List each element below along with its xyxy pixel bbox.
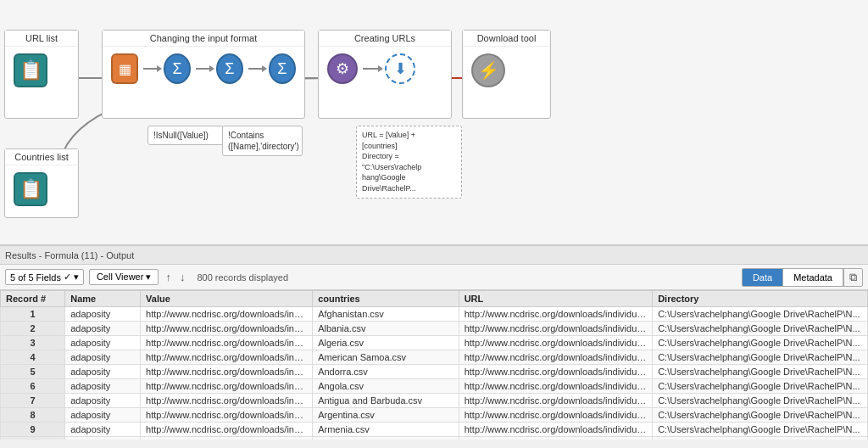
formula-tool-1[interactable]: Σ bbox=[164, 53, 191, 84]
data-table-container: Record # Name Value countries URL Direct… bbox=[0, 290, 868, 440]
table-row[interactable]: 6adaposityhttp://www.ncdrisc.org/downloa… bbox=[1, 379, 868, 394]
url-list-tool[interactable]: 📋 bbox=[14, 53, 47, 87]
table-cell-3-0: 4 bbox=[1, 350, 65, 365]
countries-list-group: Countries list 📋 bbox=[4, 148, 79, 218]
table-cell-6-1: adaposity bbox=[65, 394, 141, 408]
sort-desc-btn[interactable]: ↓ bbox=[178, 271, 187, 283]
conn3 bbox=[248, 68, 264, 70]
table-cell-5-3: Angola.csv bbox=[313, 379, 459, 394]
data-tab[interactable]: Data bbox=[743, 269, 783, 286]
url-list-group: URL list 📋 bbox=[4, 30, 79, 119]
table-body: 1adaposityhttp://www.ncdrisc.org/downloa… bbox=[1, 307, 868, 440]
table-cell-8-5: C:\Users\rachelphang\Google Drive\Rachel… bbox=[653, 423, 868, 437]
table-cell-1-0: 2 bbox=[1, 322, 65, 336]
table-row[interactable]: 3adaposityhttp://www.ncdrisc.org/downloa… bbox=[1, 336, 868, 350]
table-cell-7-5: C:\Users\rachelphang\Google Drive\Rachel… bbox=[653, 408, 868, 423]
col-header-countries[interactable]: countries bbox=[313, 291, 459, 307]
table-cell-0-2: http://www.ncdrisc.org/downloads/individ… bbox=[141, 307, 313, 322]
table-cell-4-2: http://www.ncdrisc.org/downloads/individ… bbox=[141, 365, 313, 379]
download-tool-node[interactable]: ⚡ bbox=[471, 53, 505, 87]
table-cell-4-4: http://www.ncdrisc.org/downloads/individ… bbox=[459, 365, 652, 379]
col-header-directory[interactable]: Directory bbox=[653, 291, 868, 307]
conn2 bbox=[196, 68, 211, 70]
download-tool-title: Download tool bbox=[463, 31, 550, 47]
table-row[interactable]: 5adaposityhttp://www.ncdrisc.org/downloa… bbox=[1, 365, 868, 379]
data-table: Record # Name Value countries URL Direct… bbox=[0, 290, 868, 440]
formula-tool-2[interactable]: Σ bbox=[216, 53, 243, 84]
table-header-row: Record # Name Value countries URL Direct… bbox=[1, 291, 868, 307]
table-cell-7-0: 8 bbox=[1, 408, 65, 423]
table-cell-6-5: C:\Users\rachelphang\Google Drive\Rachel… bbox=[653, 394, 868, 408]
records-count-label: 800 records displayed bbox=[197, 272, 288, 283]
download-prep-tool[interactable]: ⬇ bbox=[385, 53, 415, 84]
table-cell-9-4: http://www.ncdrisc.org/downloads/individ… bbox=[459, 437, 652, 440]
table-cell-2-3: Algeria.csv bbox=[313, 336, 459, 350]
col-header-value[interactable]: Value bbox=[141, 291, 313, 307]
table-cell-0-0: 1 bbox=[1, 307, 65, 322]
table-cell-7-4: http://www.ncdrisc.org/downloads/individ… bbox=[459, 408, 652, 423]
table-cell-2-2: http://www.ncdrisc.org/downloads/individ… bbox=[141, 336, 313, 350]
formula-tool-3[interactable]: Σ bbox=[269, 53, 296, 84]
table-cell-0-1: adaposity bbox=[65, 307, 141, 322]
table-cell-3-1: adaposity bbox=[65, 350, 141, 365]
table-cell-2-5: C:\Users\rachelphang\Google Drive\Rachel… bbox=[653, 336, 868, 350]
changing-input-title: Changing the input format bbox=[103, 31, 304, 47]
table-cell-0-4: http://www.ncdrisc.org/downloads/individ… bbox=[459, 307, 652, 322]
table-cell-9-5: C:\Users\rachelphang\Google Drive\Rachel… bbox=[653, 437, 868, 440]
table-cell-0-5: C:\Users\rachelphang\Google Drive\Rachel… bbox=[653, 307, 868, 322]
table-cell-8-0: 9 bbox=[1, 423, 65, 437]
url-formula-text: URL = [Value] +[countries]Directory ="C:… bbox=[362, 131, 421, 193]
download-tool-group: Download tool ⚡ bbox=[462, 30, 551, 119]
sort-asc-btn[interactable]: ↑ bbox=[164, 271, 173, 283]
fields-chevron-icon[interactable]: ▾ bbox=[74, 272, 79, 283]
table-cell-1-3: Albania.csv bbox=[313, 322, 459, 336]
col-header-name[interactable]: Name bbox=[65, 291, 141, 307]
table-cell-9-2: http://www.ncdrisc.org/downloads/individ… bbox=[141, 437, 313, 440]
config-tool[interactable]: ⚙ bbox=[327, 53, 358, 84]
table-row[interactable]: 10adaposityhttp://www.ncdrisc.org/downlo… bbox=[1, 437, 868, 440]
table-cell-5-0: 6 bbox=[1, 379, 65, 394]
table-cell-4-5: C:\Users\rachelphang\Google Drive\Rachel… bbox=[653, 365, 868, 379]
table-row[interactable]: 9adaposityhttp://www.ncdrisc.org/downloa… bbox=[1, 423, 868, 437]
select-tool[interactable]: ▦ bbox=[111, 53, 138, 84]
table-cell-7-3: Argentina.csv bbox=[313, 408, 459, 423]
table-row[interactable]: 2adaposityhttp://www.ncdrisc.org/downloa… bbox=[1, 322, 868, 336]
col-header-url[interactable]: URL bbox=[459, 291, 652, 307]
table-cell-3-2: http://www.ncdrisc.org/downloads/individ… bbox=[141, 350, 313, 365]
table-cell-1-5: C:\Users\rachelphang\Google Drive\Rachel… bbox=[653, 322, 868, 336]
table-cell-4-3: Andorra.csv bbox=[313, 365, 459, 379]
fields-selector[interactable]: 5 of 5 Fields ✓ ▾ bbox=[5, 269, 84, 285]
table-cell-6-3: Antigua and Barbuda.csv bbox=[313, 394, 459, 408]
table-cell-1-4: http://www.ncdrisc.org/downloads/individ… bbox=[459, 322, 652, 336]
table-row[interactable]: 7adaposityhttp://www.ncdrisc.org/downloa… bbox=[1, 394, 868, 408]
table-cell-3-5: C:\Users\rachelphang\Google Drive\Rachel… bbox=[653, 350, 868, 365]
table-cell-5-5: C:\Users\rachelphang\Google Drive\Rachel… bbox=[653, 379, 868, 394]
table-row[interactable]: 8adaposityhttp://www.ncdrisc.org/downloa… bbox=[1, 408, 868, 423]
table-cell-2-1: adaposity bbox=[65, 336, 141, 350]
table-cell-1-1: adaposity bbox=[65, 322, 141, 336]
table-cell-3-3: American Samoa.csv bbox=[313, 350, 459, 365]
isnull-formula-box: !IsNull([Value]) bbox=[147, 126, 224, 145]
metadata-tab[interactable]: Metadata bbox=[783, 269, 843, 286]
table-cell-6-4: http://www.ncdrisc.org/downloads/individ… bbox=[459, 394, 652, 408]
table-cell-5-2: http://www.ncdrisc.org/downloads/individ… bbox=[141, 379, 313, 394]
table-cell-4-1: adaposity bbox=[65, 365, 141, 379]
creating-urls-group: Creating URLs ⚙ ⬇ bbox=[318, 30, 452, 119]
copy-icon-btn[interactable]: ⧉ bbox=[843, 269, 862, 286]
contains-formula-box: !Contains([Name],'directory') bbox=[222, 126, 303, 156]
col-header-record[interactable]: Record # bbox=[1, 291, 65, 307]
cell-viewer-label: Cell Viewer bbox=[97, 272, 143, 282]
table-cell-8-2: http://www.ncdrisc.org/downloads/individ… bbox=[141, 423, 313, 437]
view-tab-group: Data Metadata ⧉ bbox=[742, 268, 863, 287]
table-row[interactable]: 4adaposityhttp://www.ncdrisc.org/downloa… bbox=[1, 350, 868, 365]
data-toolbar: 5 of 5 Fields ✓ ▾ Cell Viewer ▾ ↑ ↓ 800 … bbox=[0, 265, 868, 290]
countries-list-tool[interactable]: 📋 bbox=[14, 172, 47, 206]
cell-viewer-btn[interactable]: Cell Viewer ▾ bbox=[89, 269, 159, 285]
cell-viewer-chevron-icon[interactable]: ▾ bbox=[146, 272, 151, 282]
table-cell-5-1: adaposity bbox=[65, 379, 141, 394]
table-cell-6-2: http://www.ncdrisc.org/downloads/individ… bbox=[141, 394, 313, 408]
table-cell-8-4: http://www.ncdrisc.org/downloads/individ… bbox=[459, 423, 652, 437]
table-cell-3-4: http://www.ncdrisc.org/downloads/individ… bbox=[459, 350, 652, 365]
table-row[interactable]: 1adaposityhttp://www.ncdrisc.org/downloa… bbox=[1, 307, 868, 322]
table-cell-6-0: 7 bbox=[1, 394, 65, 408]
